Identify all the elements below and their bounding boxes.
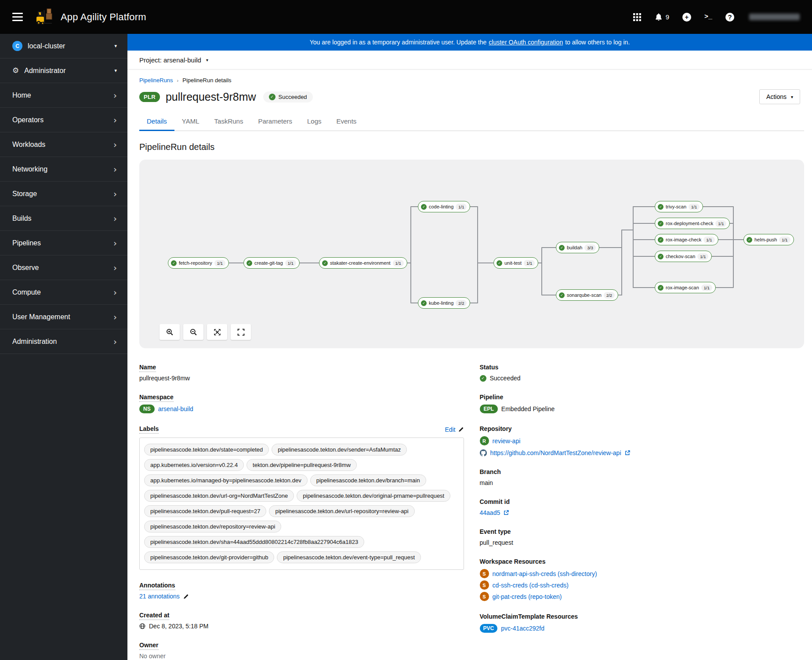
tab-parameters[interactable]: Parameters <box>250 113 300 131</box>
pipeline-edge <box>470 263 493 303</box>
sidebar-item-label: Home <box>12 91 31 99</box>
owner-field: Owner No owner <box>139 642 464 660</box>
sidebar-item-administration[interactable]: Administration› <box>0 329 127 354</box>
help-icon[interactable]: ? <box>725 13 734 22</box>
tab-logs[interactable]: Logs <box>300 113 329 131</box>
sidebar-item-operators[interactable]: Operators› <box>0 108 127 132</box>
repository-field: Repository R review-api https://github.c… <box>480 425 805 456</box>
task-node-create-git-tag[interactable]: ✓create-git-tag1/1 <box>243 257 300 269</box>
task-node-rox-deployment-check[interactable]: ✓rox-deployment-check1/1 <box>655 218 730 229</box>
name-value: pullrequest-9r8mw <box>139 375 190 382</box>
task-node-kube-linting[interactable]: ✓kube-linting2/2 <box>418 297 470 309</box>
page-title: pullrequest-9r8mw <box>166 91 256 103</box>
task-node-buildah[interactable]: ✓buildah3/3 <box>556 242 599 253</box>
tab-taskruns[interactable]: TaskRuns <box>207 113 251 131</box>
user-menu[interactable] <box>749 14 800 20</box>
labels-edit-button[interactable]: Edit <box>445 426 464 433</box>
pipeline-edge <box>538 263 556 295</box>
sidebar-item-networking[interactable]: Networking› <box>0 157 127 182</box>
sidebar-item-builds[interactable]: Builds› <box>0 206 127 231</box>
sidebar-item-workloads[interactable]: Workloads› <box>0 132 127 157</box>
pencil-icon[interactable] <box>183 594 189 599</box>
pvc-link[interactable]: pvc-41acc292fd <box>501 625 544 632</box>
quick-create-plus-icon[interactable]: + <box>682 13 691 22</box>
status-badge: ✓ Succeeded <box>263 91 313 102</box>
perspective-switcher[interactable]: ⚙ Administrator ▾ <box>0 58 127 83</box>
sidebar-item-user-management[interactable]: User Management› <box>0 305 127 329</box>
sidebar-nav: C local-cluster ▾ ⚙ Administrator ▾ Home… <box>0 34 127 660</box>
task-node-fetch-repository[interactable]: ✓fetch-repository1/1 <box>168 257 229 269</box>
nav-toggle-button[interactable] <box>12 13 23 21</box>
oauth-config-link[interactable]: cluster OAuth configuration <box>489 39 563 46</box>
breadcrumb-separator: › <box>177 78 179 83</box>
commit-link[interactable]: 44aad5 <box>480 509 500 516</box>
chevron-right-icon: › <box>113 140 117 149</box>
brand-title: App Agility Platform <box>61 11 146 23</box>
pipeline-visualization: ✓fetch-repository1/1✓create-git-tag1/1✓s… <box>139 160 804 348</box>
task-node-helm-push[interactable]: ✓helm-push1/1 <box>743 234 794 245</box>
branch-value: main <box>480 479 493 486</box>
zoom-out-button[interactable] <box>183 324 203 340</box>
notifications-bell-icon[interactable]: 9 <box>654 13 669 22</box>
zoom-in-button[interactable] <box>160 324 180 340</box>
check-circle-icon: ✓ <box>246 260 252 266</box>
graph-toolbar <box>160 324 251 340</box>
task-node-rox-image-scan[interactable]: ✓rox-image-scan1/1 <box>655 282 716 293</box>
terminal-icon[interactable]: >_ <box>704 13 712 21</box>
main-content: You are logged in as a temporary adminis… <box>127 34 812 660</box>
task-node-checkov-scan[interactable]: ✓checkov-scan1/1 <box>655 251 712 262</box>
workspace-resource-link[interactable]: cd-ssh-creds (cd-ssh-creds) <box>493 582 569 589</box>
chevron-right-icon: › <box>113 214 117 223</box>
task-node-unit-test[interactable]: ✓unit-test1/1 <box>493 257 538 269</box>
owner-label: Owner <box>139 642 159 650</box>
label-chip: tekton.dev/pipeline=pullrequest-9r8mw <box>246 459 357 471</box>
label-chip: pipelinesascode.tekton.dev/original-prna… <box>297 490 450 502</box>
created-at-value: Dec 8, 2023, 5:18 PM <box>149 623 208 630</box>
breadcrumb-pipelineruns-link[interactable]: PipelineRuns <box>139 77 173 84</box>
sidebar-item-compute[interactable]: Compute› <box>0 280 127 305</box>
sidebar-item-pipelines[interactable]: Pipelines› <box>0 231 127 255</box>
fit-to-screen-button[interactable] <box>231 324 251 340</box>
caret-down-icon: ▾ <box>114 68 117 73</box>
app-launcher-icon[interactable] <box>633 13 641 21</box>
task-node-rox-image-check[interactable]: ✓rox-image-check1/1 <box>655 234 718 245</box>
workspace-resource-link[interactable]: nordmart-api-ssh-creds (ssh-directory) <box>493 570 597 577</box>
workspace-resource-link[interactable]: git-pat-creds (repo-token) <box>493 593 562 600</box>
repository-url-link[interactable]: https://github.com/NordMartTestZone/revi… <box>490 449 621 456</box>
tab-events[interactable]: Events <box>329 113 364 131</box>
repository-link[interactable]: review-api <box>493 438 521 445</box>
sidebar-item-home[interactable]: Home› <box>0 83 127 108</box>
secret-badge: S <box>480 580 489 590</box>
task-name: rox-image-check <box>666 237 701 242</box>
expand-arrows-button[interactable] <box>207 324 227 340</box>
task-node-trivy-scan[interactable]: ✓trivy-scan1/1 <box>655 201 703 212</box>
check-circle-icon: ✓ <box>658 254 663 259</box>
workspace-resource-row: Snordmart-api-ssh-creds (ssh-directory) <box>480 569 805 578</box>
task-run-count-badge: 1/1 <box>715 220 726 227</box>
annotations-link[interactable]: 21 annotations <box>139 593 180 600</box>
sidebar-item-label: Pipelines <box>12 239 41 247</box>
sidebar-item-observe[interactable]: Observe› <box>0 255 127 280</box>
tab-yaml[interactable]: YAML <box>174 113 207 131</box>
tab-details[interactable]: Details <box>139 113 174 131</box>
commit-label: Commit id <box>480 498 805 505</box>
task-node-code-linting[interactable]: ✓code-linting1/1 <box>418 201 470 212</box>
task-run-count-badge: 1/1 <box>393 260 404 266</box>
task-node-sonarqube-scan[interactable]: ✓sonarqube-scan2/2 <box>556 289 618 301</box>
cluster-selector[interactable]: C local-cluster ▾ <box>0 34 127 58</box>
label-chip: pipelinesascode.tekton.dev/url-repositor… <box>269 505 414 517</box>
section-heading: PipelineRun details <box>139 142 804 152</box>
globe-icon <box>139 623 145 629</box>
task-node-stakater-create-environment[interactable]: ✓stakater-create-environment1/1 <box>319 257 407 269</box>
status-field: Status ✓ Succeeded <box>480 364 805 382</box>
namespace-link[interactable]: arsenal-build <box>158 405 193 412</box>
project-selector[interactable]: Project: arsenal-build ▾ <box>139 56 208 64</box>
sidebar-item-storage[interactable]: Storage› <box>0 182 127 206</box>
pvc-badge: PVC <box>480 624 498 633</box>
chevron-right-icon: › <box>113 190 117 198</box>
task-run-count-badge: 1/1 <box>779 237 790 243</box>
commit-field: Commit id 44aad5 <box>480 498 805 516</box>
label-chip: pipelinesascode.tekton.dev/url-org=NordM… <box>144 490 294 502</box>
actions-dropdown-button[interactable]: Actions ▾ <box>759 89 800 104</box>
pipeline-label: Pipeline <box>480 394 805 401</box>
